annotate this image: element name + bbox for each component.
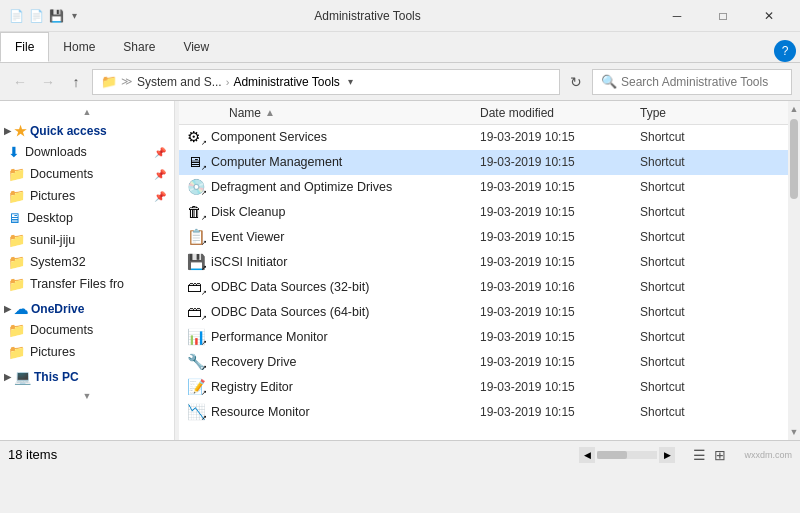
col-header-date[interactable]: Date modified: [480, 106, 640, 120]
col-date-label: Date modified: [480, 106, 554, 120]
expand-icon-quickaccess: ▶: [4, 126, 11, 136]
minimize-button[interactable]: ─: [654, 0, 700, 32]
file-type: Shortcut: [640, 230, 780, 244]
scrollbar-up-arrow[interactable]: ▲: [788, 101, 800, 117]
file-row[interactable]: 🖥↗Computer Management19-03-2019 10:15Sho…: [179, 150, 788, 175]
sidebar-label-system32: System32: [30, 255, 166, 269]
pin-icon-pictures: 📌: [154, 191, 166, 202]
file-type: Shortcut: [640, 130, 780, 144]
help-button[interactable]: ?: [774, 40, 796, 62]
sidebar-label-quickaccess: Quick access: [30, 124, 107, 138]
file-row[interactable]: ⚙↗Component Services19-03-2019 10:15Shor…: [179, 125, 788, 150]
file-name: ODBC Data Sources (64-bit): [211, 305, 480, 319]
file-icon: 📝↗: [187, 378, 205, 396]
sidebar-item-downloads[interactable]: ⬇ Downloads 📌: [0, 141, 174, 163]
file-row[interactable]: 📋↗Event Viewer19-03-2019 10:15Shortcut: [179, 225, 788, 250]
hscroll-track[interactable]: [597, 451, 657, 459]
sidebar-label-od-documents: Documents: [30, 323, 166, 337]
file-icon: 🗃↗: [187, 303, 205, 321]
sidebar-header-thispc[interactable]: ▶ 💻 This PC: [0, 365, 174, 387]
scrollbar-thumb[interactable]: [790, 119, 798, 199]
search-box: 🔍: [592, 69, 792, 95]
file-icon: 📋↗: [187, 228, 205, 246]
sidebar-item-od-documents[interactable]: 📁 Documents: [0, 319, 174, 341]
sidebar-header-quickaccess[interactable]: ▶ ★ Quick access: [0, 119, 174, 141]
path-dropdown-arrow[interactable]: ▾: [348, 76, 353, 87]
col-header-name[interactable]: Name ▲: [205, 106, 480, 120]
file-date: 19-03-2019 10:15: [480, 330, 640, 344]
window-icon-2: 📄: [28, 8, 44, 24]
file-type: Shortcut: [640, 180, 780, 194]
hscroll-left-button[interactable]: ◀: [579, 447, 595, 463]
search-input[interactable]: [621, 75, 783, 89]
refresh-button[interactable]: ↻: [564, 70, 588, 94]
file-row[interactable]: 🔧↗Recovery Drive19-03-2019 10:15Shortcut: [179, 350, 788, 375]
sidebar-scroll-down[interactable]: ▼: [0, 389, 174, 403]
file-icon: 📉↗: [187, 403, 205, 421]
file-name: Registry Editor: [211, 380, 480, 394]
grid-view-icon[interactable]: ⊞: [712, 445, 728, 465]
file-row[interactable]: 📝↗Registry Editor19-03-2019 10:15Shortcu…: [179, 375, 788, 400]
file-name: Recovery Drive: [211, 355, 480, 369]
up-button[interactable]: ↑: [64, 70, 88, 94]
sidebar-scroll-up[interactable]: ▲: [0, 105, 174, 119]
sidebar-item-pictures[interactable]: 📁 Pictures 📌: [0, 185, 174, 207]
maximize-button[interactable]: □: [700, 0, 746, 32]
file-row[interactable]: 🗃↗ODBC Data Sources (64-bit)19-03-2019 1…: [179, 300, 788, 325]
title-bar-controls: ─ □ ✕: [654, 0, 792, 32]
desktop-icon: 🖥: [8, 210, 22, 226]
ribbon-tabs: File Home Share View ?: [0, 32, 800, 62]
hscroll-thumb[interactable]: [597, 451, 627, 459]
path-separator: ›: [226, 76, 230, 88]
sidebar-label-pictures: Pictures: [30, 189, 147, 203]
close-button[interactable]: ✕: [746, 0, 792, 32]
file-date: 19-03-2019 10:15: [480, 205, 640, 219]
address-path[interactable]: 📁 ≫ System and S... › Administrative Too…: [92, 69, 560, 95]
sidebar-item-system32[interactable]: 📁 System32: [0, 251, 174, 273]
sidebar-section-quickaccess: ▶ ★ Quick access ⬇ Downloads 📌 📁 Documen…: [0, 119, 174, 295]
file-row[interactable]: 💿↗Defragment and Optimize Drives19-03-20…: [179, 175, 788, 200]
forward-button[interactable]: →: [36, 70, 60, 94]
folder-od-doc-icon: 📁: [8, 322, 25, 338]
file-row[interactable]: 📉↗Resource Monitor19-03-2019 10:15Shortc…: [179, 400, 788, 425]
file-name: Computer Management: [211, 155, 480, 169]
tab-view[interactable]: View: [169, 32, 223, 62]
tab-home[interactable]: Home: [49, 32, 109, 62]
file-row[interactable]: 🗑↗Disk Cleanup19-03-2019 10:15Shortcut: [179, 200, 788, 225]
search-icon: 🔍: [601, 74, 617, 89]
sidebar-item-suniljiju[interactable]: 📁 sunil-jiju: [0, 229, 174, 251]
sidebar-item-od-pictures[interactable]: 📁 Pictures: [0, 341, 174, 363]
file-icon: 🖥↗: [187, 153, 205, 171]
file-row[interactable]: 💾↗iSCSI Initiator19-03-2019 10:15Shortcu…: [179, 250, 788, 275]
file-date: 19-03-2019 10:15: [480, 155, 640, 169]
file-row[interactable]: 📊↗Performance Monitor19-03-2019 10:15Sho…: [179, 325, 788, 350]
sidebar-label-onedrive: OneDrive: [31, 302, 84, 316]
status-view-icons: ☰ ⊞: [691, 445, 728, 465]
main-area: ▲ ▶ ★ Quick access ⬇ Downloads 📌 📁 Docum…: [0, 101, 800, 440]
address-bar: ← → ↑ 📁 ≫ System and S... › Administrati…: [0, 63, 800, 101]
file-icon: ⚙↗: [187, 128, 205, 146]
col-header-type[interactable]: Type: [640, 106, 780, 120]
file-row[interactable]: 🗃↗ODBC Data Sources (32-bit)19-03-2019 1…: [179, 275, 788, 300]
sidebar-header-onedrive[interactable]: ▶ ☁ OneDrive: [0, 297, 174, 319]
file-content: Name ▲ Date modified Type ⚙↗Component Se…: [179, 101, 788, 440]
sidebar-item-transferfiles[interactable]: 📁 Transfer Files fro: [0, 273, 174, 295]
title-bar: 📄 📄 💾 ▾ Administrative Tools ─ □ ✕: [0, 0, 800, 32]
window-icon-1: 📄: [8, 8, 24, 24]
path-part-2: Administrative Tools: [233, 75, 340, 89]
file-type: Shortcut: [640, 405, 780, 419]
sidebar-item-documents[interactable]: 📁 Documents 📌: [0, 163, 174, 185]
file-type: Shortcut: [640, 305, 780, 319]
sidebar-container: ▲ ▶ ★ Quick access ⬇ Downloads 📌 📁 Docum…: [0, 101, 179, 440]
hscroll-right-button[interactable]: ▶: [659, 447, 675, 463]
content-scrollbar[interactable]: ▲ ▼: [788, 101, 800, 440]
back-button[interactable]: ←: [8, 70, 32, 94]
file-date: 19-03-2019 10:15: [480, 380, 640, 394]
tab-share[interactable]: Share: [109, 32, 169, 62]
scrollbar-down-arrow[interactable]: ▼: [788, 424, 800, 440]
sidebar-item-desktop[interactable]: 🖥 Desktop: [0, 207, 174, 229]
file-name: Event Viewer: [211, 230, 480, 244]
details-view-icon[interactable]: ☰: [691, 445, 708, 465]
folder-pic-icon: 📁: [8, 188, 25, 204]
tab-file[interactable]: File: [0, 32, 49, 62]
